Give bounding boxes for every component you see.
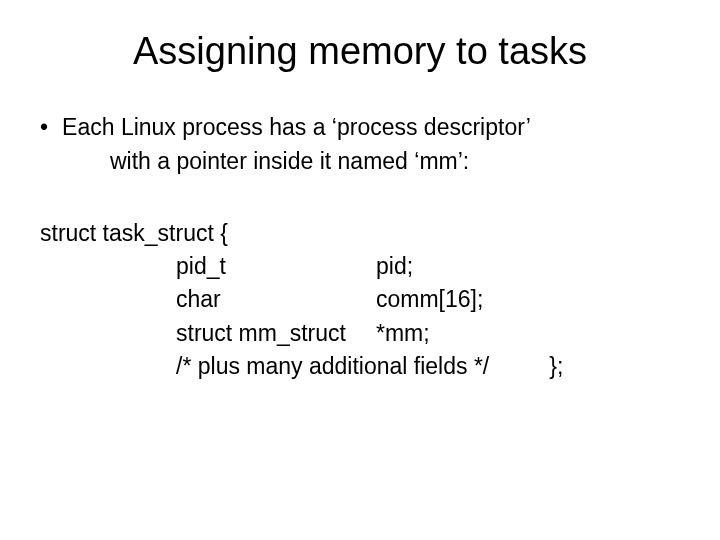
code-type: char: [176, 283, 376, 316]
code-comment: /* plus many additional fields */: [176, 350, 489, 383]
code-row: pid_t pid;: [176, 250, 680, 283]
bullet-text-line1: Each Linux process has a ‘process descri…: [62, 113, 531, 143]
slide-title: Assigning memory to tasks: [40, 30, 680, 73]
code-block: struct task_struct { pid_t pid; char com…: [40, 217, 680, 384]
bullet-dot-icon: •: [40, 113, 48, 143]
code-comment-row: /* plus many additional fields */ };: [176, 350, 680, 383]
bullet-text-line2: with a pointer inside it named ‘mm’:: [110, 147, 680, 177]
code-name: comm[16];: [376, 283, 483, 316]
code-name: *mm;: [376, 317, 430, 350]
slide: Assigning memory to tasks • Each Linux p…: [0, 0, 720, 414]
code-name: pid;: [376, 250, 413, 283]
code-type: pid_t: [176, 250, 376, 283]
code-type: struct mm_struct: [176, 317, 376, 350]
code-row: char comm[16];: [176, 283, 680, 316]
code-close: };: [549, 350, 563, 383]
code-row: struct mm_struct *mm;: [176, 317, 680, 350]
bullet-item: • Each Linux process has a ‘process desc…: [40, 113, 680, 143]
code-open: struct task_struct {: [40, 217, 680, 250]
